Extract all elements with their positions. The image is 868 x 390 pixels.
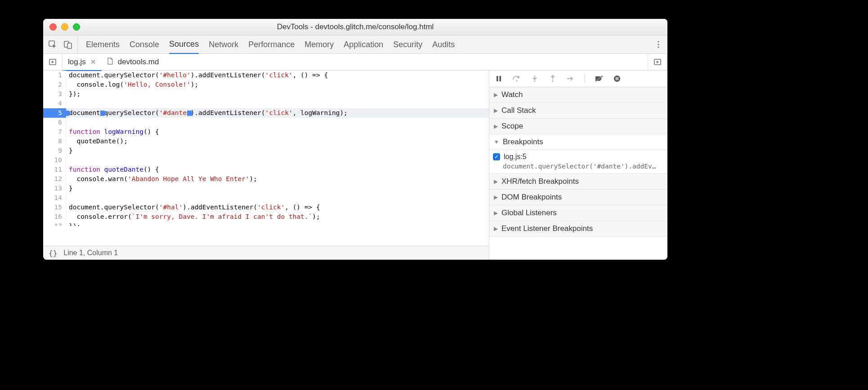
code-line[interactable]: 1document.querySelector('#hello').addEve… xyxy=(43,71,489,80)
chevron-down-icon: ▼ xyxy=(494,139,499,145)
pretty-print-icon[interactable]: {} xyxy=(49,249,57,257)
code-source: } xyxy=(66,146,73,155)
line-number-gutter[interactable]: 17 xyxy=(43,222,66,226)
close-icon[interactable]: ✕ xyxy=(90,58,96,66)
panel-tabbar: ElementsConsoleSourcesNetworkPerformance… xyxy=(43,35,667,54)
panel-tab-performance[interactable]: Performance xyxy=(248,35,295,53)
sidebar-pane-header[interactable]: ▶Scope xyxy=(489,119,667,134)
code-line[interactable]: 16 console.error(`I'm sorry, Dave. I'm a… xyxy=(43,212,489,222)
inline-breakpoint-marker[interactable] xyxy=(65,110,71,116)
code-source: document.querySelector('#hello').addEven… xyxy=(66,71,328,80)
chevron-right-icon: ▶ xyxy=(494,194,498,200)
pause-icon[interactable] xyxy=(494,74,504,84)
line-number-gutter[interactable]: 1 xyxy=(43,71,66,80)
chevron-right-icon: ▶ xyxy=(494,210,498,216)
device-toolbar-icon[interactable] xyxy=(63,40,73,49)
sidebar-pane-label: Breakpoints xyxy=(503,137,543,146)
code-line[interactable]: 2 console.log('Hello, Console!'); xyxy=(43,80,489,89)
sidebar-pane-header[interactable]: ▶XHR/fetch Breakpoints xyxy=(489,174,667,190)
breakpoint-checkbox[interactable]: ✓ xyxy=(493,153,500,160)
inline-breakpoint-marker[interactable] xyxy=(100,110,107,116)
sidebar-pane-label: Scope xyxy=(501,122,523,131)
file-tab[interactable]: log.js✕ xyxy=(63,54,102,71)
line-number-gutter[interactable]: 11 xyxy=(43,165,66,174)
sidebar-pane-header[interactable]: ▶Call Stack xyxy=(489,103,667,119)
code-line[interactable]: 13} xyxy=(43,184,489,193)
line-number-gutter[interactable]: 2 xyxy=(43,80,66,89)
show-navigator-icon[interactable] xyxy=(43,54,63,70)
code-source: document.querySelector('#dante').addEven… xyxy=(66,108,348,118)
toggle-debugger-sidebar-icon[interactable] xyxy=(648,54,667,70)
code-line[interactable]: 7function logWarning() { xyxy=(43,127,489,137)
sidebar-pane-label: Event Listener Breakpoints xyxy=(501,224,593,233)
svg-point-5 xyxy=(658,46,659,48)
code-line[interactable]: 14 xyxy=(43,193,489,203)
line-number-gutter[interactable]: 15 xyxy=(43,203,66,212)
line-number-gutter[interactable]: 16 xyxy=(43,212,66,222)
step-icon[interactable] xyxy=(566,74,576,84)
panel-tab-application[interactable]: Application xyxy=(344,35,383,53)
line-number-gutter[interactable]: 8 xyxy=(43,137,66,146)
panel-tab-sources[interactable]: Sources xyxy=(169,35,199,54)
step-out-icon[interactable] xyxy=(548,74,558,84)
line-number-gutter[interactable]: 5 xyxy=(43,108,66,118)
line-number-gutter[interactable]: 9 xyxy=(43,146,66,155)
chevron-right-icon: ▶ xyxy=(494,107,498,114)
line-number-gutter[interactable]: 7 xyxy=(43,127,66,137)
titlebar: DevTools - devtools.glitch.me/console/lo… xyxy=(43,19,667,35)
source-editor[interactable]: 1document.querySelector('#hello').addEve… xyxy=(43,71,489,260)
line-number-gutter[interactable]: 14 xyxy=(43,193,66,203)
sidebar-pane-header[interactable]: ▶DOM Breakpoints xyxy=(489,190,667,205)
code-line[interactable]: 5document.querySelector('#dante').addEve… xyxy=(43,108,489,118)
chevron-right-icon: ▶ xyxy=(494,226,498,232)
line-number-gutter[interactable]: 4 xyxy=(43,99,66,108)
line-number-gutter[interactable]: 13 xyxy=(43,184,66,193)
file-tab[interactable]: devtools.md xyxy=(102,54,165,70)
panel-tab-security[interactable]: Security xyxy=(393,35,422,53)
code-source: document.querySelector('#hal').addEventL… xyxy=(66,203,320,212)
svg-point-12 xyxy=(552,80,553,82)
code-source: console.error(`I'm sorry, Dave. I'm afra… xyxy=(66,212,320,222)
sidebar-pane-header[interactable]: ▶Global Listeners xyxy=(489,205,667,221)
code-source: console.log('Hello, Console!'); xyxy=(66,80,198,89)
code-line[interactable]: 8 quoteDante(); xyxy=(43,137,489,146)
code-source: }): xyxy=(66,222,81,226)
file-tab-label: log.js xyxy=(68,58,86,66)
panel-tab-memory[interactable]: Memory xyxy=(304,35,334,53)
panel-tab-network[interactable]: Network xyxy=(209,35,238,53)
line-number-gutter[interactable]: 12 xyxy=(43,174,66,184)
line-number-gutter[interactable]: 6 xyxy=(43,118,66,127)
code-source xyxy=(66,99,69,108)
step-into-icon[interactable] xyxy=(530,74,540,84)
line-number-gutter[interactable]: 10 xyxy=(43,155,66,165)
panel-tab-audits[interactable]: Audits xyxy=(432,35,455,53)
svg-point-4 xyxy=(658,44,659,45)
devtools-window: DevTools - devtools.glitch.me/console/lo… xyxy=(43,19,667,260)
inline-breakpoint-marker[interactable] xyxy=(187,110,193,116)
code-line[interactable]: 4 xyxy=(43,99,489,108)
panel-tab-console[interactable]: Console xyxy=(130,35,159,53)
breakpoint-item[interactable]: ✓log.js:5document.querySelector('#dante'… xyxy=(489,150,667,174)
code-line[interactable]: 9} xyxy=(43,146,489,155)
deactivate-breakpoints-icon[interactable] xyxy=(594,74,604,84)
sidebar-pane-header[interactable]: ▼Breakpoints xyxy=(489,134,667,150)
pause-on-exceptions-icon[interactable] xyxy=(612,74,622,84)
more-options-icon[interactable] xyxy=(649,35,667,53)
code-source: console.warn('Abandon Hope All Ye Who En… xyxy=(66,174,257,184)
line-number-gutter[interactable]: 3 xyxy=(43,89,66,99)
step-over-icon[interactable] xyxy=(512,74,522,84)
code-source: } xyxy=(66,184,73,193)
code-line[interactable]: 3}); xyxy=(43,89,489,99)
svg-point-13 xyxy=(567,78,568,79)
cursor-position: Line 1, Column 1 xyxy=(63,249,118,257)
code-line[interactable]: 12 console.warn('Abandon Hope All Ye Who… xyxy=(43,174,489,184)
inspect-element-icon[interactable] xyxy=(48,40,58,49)
code-line[interactable]: 11function quoteDante() { xyxy=(43,165,489,174)
code-line[interactable]: 10 xyxy=(43,155,489,165)
code-line[interactable]: 6 xyxy=(43,118,489,127)
code-line[interactable]: 15document.querySelector('#hal').addEven… xyxy=(43,203,489,212)
sidebar-pane-header[interactable]: ▶Watch xyxy=(489,87,667,103)
sidebar-pane-header[interactable]: ▶Event Listener Breakpoints xyxy=(489,221,667,237)
panel-tab-elements[interactable]: Elements xyxy=(86,35,120,53)
code-line[interactable]: 17}): xyxy=(43,222,489,226)
